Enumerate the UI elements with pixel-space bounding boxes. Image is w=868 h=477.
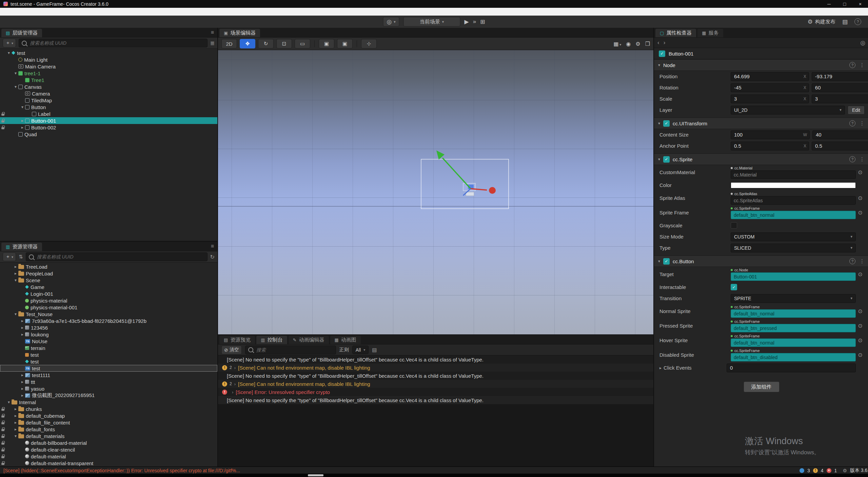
scale-y-input[interactable] xyxy=(814,96,868,102)
asset-item[interactable]: ▾ default_materials xyxy=(0,433,217,439)
asset-item[interactable]: ▸ default_file_content xyxy=(0,419,217,426)
hierarchy-search-input[interactable] xyxy=(29,40,204,46)
snap-settings-button[interactable]: ⊹ xyxy=(361,39,377,48)
asset-item[interactable]: ▸ yasuo xyxy=(0,385,217,392)
tab-inspector[interactable]: ▢ 属性检查器 xyxy=(655,29,696,37)
expand-arrow-icon[interactable]: ▸ xyxy=(20,379,25,384)
pin-icon[interactable]: ◎ xyxy=(860,39,865,46)
kebab-menu-icon[interactable]: ⋮ xyxy=(860,258,865,264)
asset-item[interactable]: TS NoUse xyxy=(0,338,217,345)
expand-arrow-icon[interactable]: ▸ xyxy=(20,373,25,377)
help-icon[interactable]: ? xyxy=(849,258,855,264)
scene-gear-icon[interactable]: ⚙ xyxy=(635,41,640,47)
expand-arrow-icon[interactable]: ▸ xyxy=(20,393,25,398)
help-icon[interactable]: ? xyxy=(854,18,861,25)
asset-item[interactable]: ▸ loukong xyxy=(0,331,217,338)
stats-icon[interactable]: ▤ xyxy=(842,18,848,25)
asset-item[interactable]: default-material xyxy=(0,453,217,460)
asset-item[interactable]: terrain xyxy=(0,345,217,351)
asset-item[interactable]: ▾ Test_Nouse xyxy=(0,311,217,317)
sprite-frame-field[interactable]: default_btn_normal xyxy=(731,211,856,219)
asset-item[interactable]: ▸ 123456 xyxy=(0,324,217,331)
panel-menu-icon[interactable]: ≡ xyxy=(211,243,214,249)
mode-2d-button[interactable]: 2D xyxy=(221,39,237,48)
gizmo-y-axis[interactable] xyxy=(442,158,471,189)
section-header-node[interactable]: ▾ Node ?⋮ xyxy=(654,59,868,71)
section-header-sprite[interactable]: ▾ ✓ cc.Sprite ?⋮ xyxy=(654,153,868,165)
tree-item[interactable]: ▾ tree1-1 xyxy=(0,70,217,77)
lock-icon[interactable] xyxy=(1,112,5,116)
node-active-checkbox[interactable]: ✓ xyxy=(659,50,665,57)
asset-item[interactable]: TS test xyxy=(0,365,217,372)
lock-icon[interactable] xyxy=(1,125,5,129)
sort-icon[interactable]: ⇅ xyxy=(19,254,23,260)
collapse-arrow-icon[interactable]: ▾ xyxy=(658,63,660,67)
tree-item[interactable]: Main Light xyxy=(0,56,217,63)
status-error-message[interactable]: [Scene] (hidden(::SceneExecutorImportExc… xyxy=(3,468,240,473)
log-expand-icon[interactable]: › xyxy=(234,365,236,370)
refresh-icon[interactable]: ↻ xyxy=(210,254,215,260)
expand-arrow-icon[interactable]: ▸ xyxy=(13,420,18,425)
info-count-icon[interactable] xyxy=(800,468,804,473)
asset-item[interactable]: physics-material xyxy=(0,297,217,304)
minimize-button[interactable]: ─ xyxy=(821,0,837,8)
help-icon[interactable]: ? xyxy=(849,62,855,68)
asset-item[interactable]: ▸ 7c93a60a-a7e1-43c5-bbad-f82276b20451@1… xyxy=(0,317,217,324)
tree-item[interactable]: ▾ Button xyxy=(0,104,217,110)
console-tab[interactable]: ▥ 控制台 xyxy=(256,336,287,344)
add-component-button[interactable]: 添加组件 xyxy=(744,381,780,392)
regex-toggle[interactable]: 正则 xyxy=(339,347,349,353)
expand-arrow-icon[interactable]: ▸ xyxy=(20,332,25,337)
asset-item[interactable]: ▸ chunks xyxy=(0,406,217,412)
tree-item[interactable]: ▸ Button-002 xyxy=(0,124,217,131)
expand-arrow-icon[interactable]: ▸ xyxy=(13,427,18,432)
asset-item[interactable]: default-billboard-material xyxy=(0,439,217,446)
asset-item[interactable]: test xyxy=(0,351,217,358)
create-asset-button[interactable]: ＋▾ xyxy=(3,252,16,261)
pressed-sprite-field[interactable]: default_btn_pressed xyxy=(731,324,856,332)
build-button[interactable]: ⚙ 构建发布 xyxy=(808,18,835,25)
collapse-arrow-icon[interactable]: ▾ xyxy=(658,157,660,162)
scale-tool-button[interactable]: ⊡ xyxy=(276,39,292,48)
anchor-y-input[interactable] xyxy=(814,143,868,149)
position-x-input[interactable] xyxy=(733,73,802,80)
console-tab[interactable]: ✎ 动画编辑器 xyxy=(289,336,329,344)
console-tab[interactable]: ▦ 动画图 xyxy=(330,336,361,344)
asset-item[interactable]: Login-001 xyxy=(0,290,217,297)
grayscale-checkbox[interactable]: ✓ xyxy=(731,222,737,229)
asset-item[interactable]: default-clear-stencil xyxy=(0,446,217,453)
normal-sprite-field[interactable]: default_btn_normal xyxy=(731,309,856,318)
expand-arrow-icon[interactable]: ▸ xyxy=(13,264,18,269)
rotate-tool-button[interactable]: ↻ xyxy=(258,39,274,48)
sprite-atlas-field[interactable]: cc.SpriteAtlas xyxy=(731,196,856,205)
section-header-uitransform[interactable]: ▾ ✓ cc.UITransform ?⋮ xyxy=(654,118,868,129)
asset-picker-icon[interactable]: ⊙ xyxy=(856,337,865,344)
tab-service[interactable]: ▦ 服务 xyxy=(697,29,723,37)
create-node-button[interactable]: ＋▾ xyxy=(3,39,16,47)
target-field[interactable]: Button-001 xyxy=(731,272,856,281)
tab-scene-editor[interactable]: ▣ 场景编辑器 xyxy=(219,29,260,37)
sprite-type-select[interactable]: SLICED▾ xyxy=(731,244,856,252)
fullscreen-icon[interactable]: ❒ xyxy=(645,41,650,47)
custom-material-field[interactable]: cc.Material xyxy=(731,170,856,179)
asset-picker-icon[interactable]: ⊙ xyxy=(856,308,865,314)
tab-hierarchy[interactable]: ▤ 层级管理器 xyxy=(1,29,42,37)
back-button[interactable]: ‹ xyxy=(657,39,659,46)
rotation-y-input[interactable] xyxy=(814,84,868,91)
error-count-icon[interactable]: × xyxy=(827,468,831,473)
expand-arrow-icon[interactable]: ▸ xyxy=(20,386,25,391)
anchor-x-input[interactable] xyxy=(733,143,802,149)
scene-camera-icon[interactable]: ◉ xyxy=(626,41,631,47)
asset-item[interactable]: ▸ TreeLoad xyxy=(0,263,217,270)
menu-item[interactable] xyxy=(32,8,39,16)
pivot-toggle-button[interactable]: ▣ xyxy=(319,39,334,48)
close-button[interactable]: × xyxy=(852,0,868,8)
asset-item[interactable]: default-material-transparent xyxy=(0,460,217,466)
log-expand-icon[interactable]: › xyxy=(232,390,233,395)
asset-picker-icon[interactable]: ⊙ xyxy=(856,323,865,329)
section-header-button[interactable]: ▾ ✓ cc.Button ?⋮ xyxy=(654,255,868,267)
move-tool-button[interactable]: ✥ xyxy=(240,39,255,48)
component-enabled-checkbox[interactable]: ✓ xyxy=(663,156,670,163)
expand-arrow-icon[interactable]: ▾ xyxy=(13,434,18,438)
asset-item[interactable]: Game xyxy=(0,284,217,290)
